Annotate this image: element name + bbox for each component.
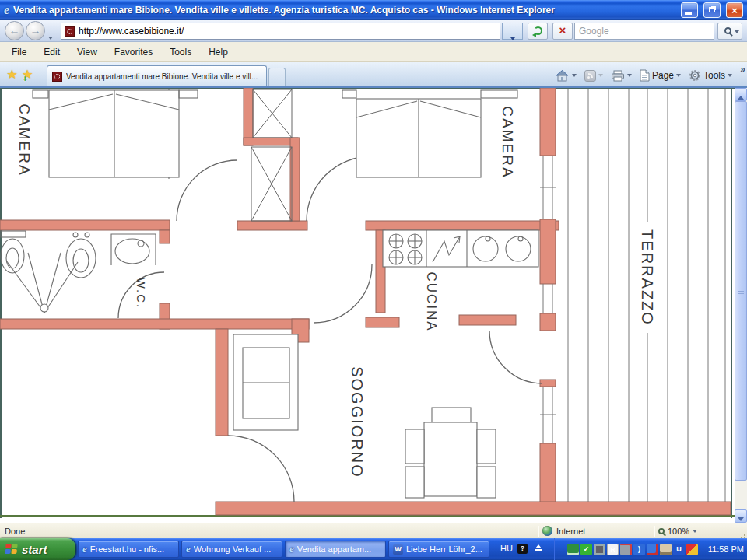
new-tab-stub[interactable] bbox=[268, 68, 286, 86]
scroll-up-button[interactable] bbox=[735, 88, 747, 101]
site-favicon-icon bbox=[52, 72, 62, 82]
webcam-tray-icon[interactable] bbox=[594, 544, 605, 555]
internet-explorer-icon: e bbox=[186, 543, 191, 555]
scrollbar-thumb[interactable] bbox=[735, 101, 747, 481]
close-button[interactable]: × bbox=[726, 2, 743, 18]
page-button[interactable]: Page bbox=[637, 68, 683, 83]
site-favicon-icon bbox=[65, 26, 75, 37]
word-icon: W bbox=[393, 544, 403, 555]
page-content: CAMERA CAMERA W.C. CUCINA SOGGIORNO TERR… bbox=[0, 88, 747, 523]
chevron-down-icon bbox=[510, 37, 515, 40]
minimize-button[interactable] bbox=[681, 2, 698, 18]
chevron-down-icon bbox=[728, 74, 732, 77]
page-icon bbox=[640, 69, 650, 82]
address-field[interactable] bbox=[61, 23, 500, 40]
menu-bar: File Edit View Favorites Tools Help bbox=[0, 42, 747, 62]
print-button[interactable] bbox=[608, 68, 634, 83]
bed-left bbox=[33, 90, 198, 177]
avira-tray-icon[interactable]: R bbox=[607, 544, 619, 555]
plus-icon: + bbox=[23, 69, 27, 88]
security-zone-panel: Internet bbox=[542, 526, 651, 536]
command-toolbar: Page Tools bbox=[552, 65, 735, 86]
address-bar: ← → × bbox=[0, 20, 747, 42]
status-text: Done bbox=[0, 527, 521, 536]
room-label-cucina: CUCINA bbox=[424, 271, 439, 331]
wireless-signal-tray-icon[interactable]: ) bbox=[633, 544, 645, 555]
home-icon bbox=[555, 69, 570, 82]
menu-edit[interactable]: Edit bbox=[35, 44, 68, 60]
scroll-down-button[interactable] bbox=[735, 509, 747, 523]
printer-icon bbox=[611, 70, 625, 82]
url-input[interactable] bbox=[79, 26, 496, 37]
search-go-button[interactable] bbox=[717, 23, 742, 40]
menu-tools[interactable]: Tools bbox=[161, 44, 200, 60]
close-icon: × bbox=[727, 4, 742, 17]
restore-button[interactable] bbox=[703, 2, 721, 18]
taskbar-task-4[interactable]: W Liebe Herr Löhr_2... bbox=[388, 541, 489, 558]
ie-window: e Vendita appartamenti mare Bibione. Ven… bbox=[0, 0, 747, 560]
windows-logo-icon bbox=[5, 544, 19, 555]
stop-button[interactable]: × bbox=[552, 23, 573, 40]
menu-help[interactable]: Help bbox=[200, 44, 237, 60]
chevron-down-icon bbox=[598, 74, 603, 77]
zoom-control[interactable]: 100% bbox=[658, 527, 736, 536]
security-alert-tray-icon[interactable] bbox=[686, 544, 698, 555]
feeds-button[interactable] bbox=[582, 68, 605, 83]
menu-file[interactable]: File bbox=[3, 44, 35, 60]
globe-icon bbox=[542, 526, 552, 536]
page-label: Page bbox=[652, 70, 674, 81]
vertical-scrollbar[interactable] bbox=[735, 88, 747, 523]
language-help-icon[interactable]: ? bbox=[517, 544, 528, 554]
antivirus-check-tray-icon[interactable]: ✓ bbox=[580, 544, 592, 555]
chevron-down-icon bbox=[676, 74, 681, 77]
zone-label: Internet bbox=[556, 527, 585, 536]
menu-favorites[interactable]: Favorites bbox=[106, 44, 161, 60]
home-button[interactable] bbox=[552, 68, 579, 83]
start-label: start bbox=[22, 543, 47, 556]
tab-active[interactable]: Vendita appartamenti mare Bibione. Vendi… bbox=[47, 65, 267, 86]
minimize-icon bbox=[685, 12, 692, 15]
language-indicator[interactable]: HU bbox=[500, 544, 513, 553]
search-icon bbox=[724, 27, 731, 34]
taskbar-task-2[interactable]: e Wohnung Verkauf ... bbox=[181, 541, 282, 558]
taskbar-clock: 11:58 PM bbox=[708, 538, 744, 560]
ups-tray-icon[interactable]: U bbox=[673, 544, 685, 555]
refresh-button[interactable] bbox=[528, 23, 548, 40]
start-button[interactable]: start bbox=[0, 538, 75, 560]
chevron-down-icon bbox=[735, 30, 739, 33]
zoom-level: 100% bbox=[668, 527, 689, 536]
network-error-tray-icon[interactable] bbox=[620, 544, 632, 555]
forward-button[interactable]: → bbox=[26, 21, 45, 40]
chevron-down-icon bbox=[48, 37, 53, 40]
tab-strip: ★ ★+ Vendita appartamenti mare Bibione. … bbox=[0, 62, 747, 88]
menu-view[interactable]: View bbox=[68, 44, 106, 60]
toolbar-overflow-button[interactable]: » bbox=[740, 64, 745, 75]
network-offline-tray-icon[interactable] bbox=[647, 544, 658, 555]
search-input[interactable] bbox=[579, 26, 710, 37]
address-dropdown-button[interactable] bbox=[502, 23, 523, 40]
resize-grip[interactable] bbox=[736, 525, 747, 537]
add-favorite-button[interactable]: ★+ bbox=[22, 68, 33, 81]
floorplan-image: CAMERA CAMERA W.C. CUCINA SOGGIORNO TERR… bbox=[0, 88, 735, 518]
language-bar-options-icon[interactable] bbox=[534, 544, 543, 554]
restore-icon bbox=[709, 7, 715, 12]
search-box[interactable] bbox=[574, 23, 714, 40]
taskbar: start e Freestart.hu - nfis... e Wohnung… bbox=[0, 538, 747, 560]
kitchen-counter bbox=[383, 230, 538, 267]
room-label-terrazzo: TERRAZZO bbox=[639, 229, 656, 326]
history-dropdown[interactable] bbox=[48, 29, 53, 43]
back-button[interactable]: ← bbox=[5, 21, 24, 40]
fax-tray-icon[interactable] bbox=[660, 544, 672, 555]
internet-explorer-icon: e bbox=[289, 543, 294, 555]
tools-button[interactable]: Tools bbox=[686, 68, 735, 83]
refresh-icon bbox=[534, 26, 542, 35]
taskbar-task-3-active[interactable]: e Vendita appartam... bbox=[285, 541, 386, 558]
favorites-button[interactable]: ★ bbox=[2, 65, 22, 84]
window-title: Vendita appartamenti mare Bibione. Vendi… bbox=[13, 5, 675, 16]
chevron-down-icon bbox=[627, 74, 632, 77]
room-label-soggiorno: SOGGIORNO bbox=[349, 366, 366, 478]
taskbar-task-1[interactable]: e Freestart.hu - nfis... bbox=[78, 541, 179, 558]
chart-tray-icon[interactable] bbox=[567, 544, 579, 555]
chevron-down-icon bbox=[572, 74, 577, 77]
room-label-camera-right: CAMERA bbox=[500, 106, 516, 178]
